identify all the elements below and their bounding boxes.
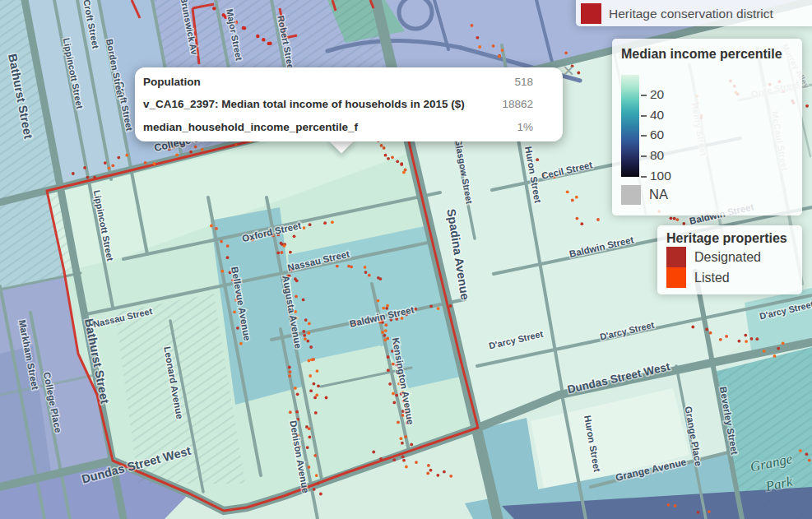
heritage-property-dot[interactable] — [404, 435, 407, 438]
heritage-property-dot[interactable] — [383, 146, 386, 150]
heritage-property-dot[interactable] — [577, 72, 580, 75]
heritage-property-dot[interactable] — [709, 331, 712, 335]
heritage-property-dot[interactable] — [384, 338, 387, 341]
heritage-property-dot[interactable] — [306, 340, 309, 343]
heritage-property-dot[interactable] — [242, 26, 245, 30]
heritage-property-dot[interactable] — [750, 337, 754, 341]
heritage-property-dot[interactable] — [436, 474, 439, 477]
heritage-property-dot[interactable] — [304, 337, 307, 341]
heritage-property-dot[interactable] — [281, 251, 284, 254]
heritage-property-dot[interactable] — [315, 474, 318, 477]
heritage-property-dot[interactable] — [415, 461, 418, 464]
heritage-property-dot[interactable] — [805, 452, 809, 456]
heritage-property-dot[interactable] — [256, 35, 259, 38]
heritage-property-dot[interactable] — [309, 389, 313, 392]
heritage-property-dot[interactable] — [777, 347, 780, 350]
heritage-property-dot[interactable] — [283, 244, 286, 248]
heritage-property-dot[interactable] — [388, 382, 392, 386]
heritage-property-dot[interactable] — [296, 392, 299, 396]
heritage-property-dot[interactable] — [402, 171, 406, 174]
heritage-property-dot[interactable] — [236, 327, 239, 330]
heritage-property-dot[interactable] — [350, 266, 353, 269]
heritage-property-dot[interactable] — [104, 161, 107, 165]
heritage-property-dot[interactable] — [309, 436, 312, 439]
heritage-property-dot[interactable] — [144, 161, 147, 165]
heritage-property-dot[interactable] — [427, 464, 430, 467]
heritage-property-dot[interactable] — [705, 328, 708, 331]
heritage-property-dot[interactable] — [262, 38, 265, 41]
heritage-property-dot[interactable] — [313, 454, 317, 457]
heritage-property-dot[interactable] — [309, 374, 312, 378]
heritage-property-dot[interactable] — [226, 256, 230, 259]
heritage-property-dot[interactable] — [380, 144, 383, 147]
heritage-property-dot[interactable] — [381, 331, 384, 334]
heritage-property-dot[interactable] — [384, 329, 387, 332]
heritage-property-dot[interactable] — [414, 308, 417, 311]
heritage-property-dot[interactable] — [387, 355, 390, 359]
heritage-property-dot[interactable] — [382, 307, 385, 310]
heritage-property-dot[interactable] — [316, 369, 319, 373]
heritage-property-dot[interactable] — [808, 459, 811, 462]
heritage-property-dot[interactable] — [210, 225, 213, 228]
heritage-property-dot[interactable] — [571, 199, 574, 202]
heritage-property-dot[interactable] — [392, 401, 396, 405]
heritage-property-dot[interactable] — [429, 304, 433, 308]
heritage-property-dot[interactable] — [580, 222, 583, 225]
heritage-property-dot[interactable] — [392, 363, 395, 366]
heritage-property-dot[interactable] — [313, 382, 316, 386]
heritage-property-dot[interactable] — [307, 331, 310, 335]
heritage-property-dot[interactable] — [498, 55, 501, 58]
heritage-property-dot[interactable] — [449, 475, 452, 478]
heritage-property-dot[interactable] — [314, 411, 318, 415]
heritage-property-dot[interactable] — [212, 7, 216, 10]
heritage-property-dot[interactable] — [405, 466, 408, 469]
heritage-property-dot[interactable] — [315, 394, 318, 397]
heritage-property-dot[interactable] — [738, 340, 741, 343]
heritage-property-dot[interactable] — [478, 45, 481, 49]
heritage-property-dot[interactable] — [386, 304, 389, 308]
heritage-property-dot[interactable] — [383, 334, 387, 337]
heritage-property-dot[interactable] — [395, 394, 398, 397]
heritage-property-dot[interactable] — [492, 44, 495, 48]
heritage-property-dot[interactable] — [309, 223, 312, 226]
heritage-property-dot[interactable] — [289, 251, 292, 254]
heritage-property-dot[interactable] — [397, 421, 400, 424]
heritage-property-dot[interactable] — [306, 446, 309, 449]
heritage-property-dot[interactable] — [443, 470, 446, 474]
heritage-property-dot[interactable] — [575, 196, 578, 199]
heritage-property-dot[interactable] — [111, 164, 114, 167]
heritage-property-dot[interactable] — [501, 49, 504, 52]
heritage-property-dot[interactable] — [401, 442, 404, 445]
heritage-property-dot[interactable] — [401, 455, 405, 458]
heritage-property-dot[interactable] — [276, 251, 280, 254]
heritage-property-dot[interactable] — [323, 221, 327, 225]
heritage-property-dot[interactable] — [719, 338, 722, 341]
heritage-property-dot[interactable] — [234, 143, 238, 146]
heritage-property-dot[interactable] — [308, 322, 311, 326]
heritage-property-dot[interactable] — [72, 172, 75, 175]
heritage-property-dot[interactable] — [377, 299, 380, 303]
heritage-property-dot[interactable] — [325, 396, 328, 400]
heritage-property-dot[interactable] — [372, 451, 375, 454]
heritage-property-dot[interactable] — [336, 265, 339, 268]
heritage-property-dot[interactable] — [391, 155, 394, 159]
heritage-property-dot[interactable] — [194, 146, 197, 149]
heritage-property-dot[interactable] — [295, 410, 299, 414]
heritage-property-dot[interactable] — [673, 217, 676, 220]
heritage-property-dot[interactable] — [782, 341, 785, 345]
heritage-property-dot[interactable] — [449, 304, 452, 308]
heritage-property-dot[interactable] — [564, 51, 568, 54]
heritage-property-dot[interactable] — [317, 384, 320, 387]
heritage-property-dot[interactable] — [220, 240, 223, 243]
heritage-property-dot[interactable] — [745, 340, 748, 343]
heritage-property-dot[interactable] — [189, 151, 193, 154]
heritage-property-dot[interactable] — [429, 469, 433, 472]
heritage-property-dot[interactable] — [401, 414, 405, 417]
heritage-property-dot[interactable] — [289, 370, 292, 373]
heritage-property-dot[interactable] — [294, 387, 297, 390]
heritage-property-dot[interactable] — [392, 392, 395, 396]
heritage-property-dot[interactable] — [108, 166, 111, 169]
heritage-property-dot[interactable] — [226, 244, 230, 248]
heritage-property-dot[interactable] — [691, 326, 694, 329]
heritage-property-dot[interactable] — [377, 276, 380, 280]
